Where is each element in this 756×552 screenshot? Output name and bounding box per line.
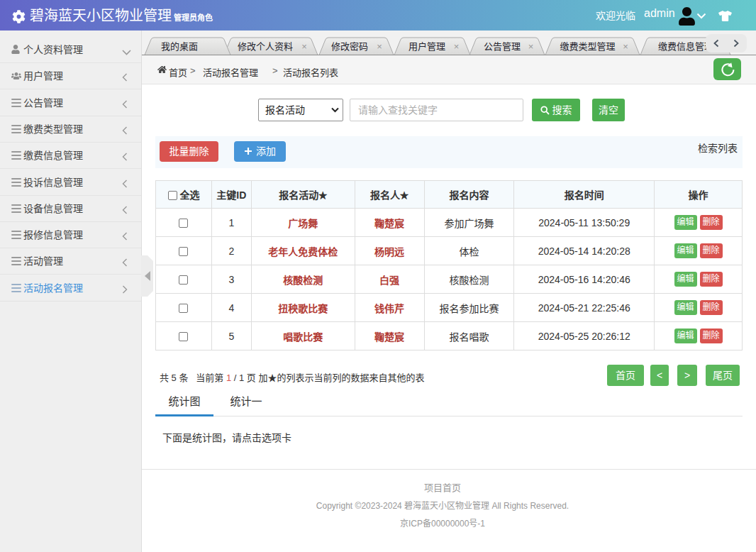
svg-text:我的桌面: 我的桌面 [161, 41, 198, 52]
svg-text:修改个人资料: 修改个人资料 [238, 41, 293, 52]
svg-text:缴费类型管理: 缴费类型管理 [560, 41, 615, 52]
svg-text:×: × [301, 41, 307, 52]
svg-text:×: × [377, 41, 382, 52]
svg-text:×: × [454, 41, 460, 52]
svg-text:公告管理: 公告管理 [484, 41, 521, 52]
svg-text:×: × [528, 41, 534, 52]
svg-text:用户管理: 用户管理 [408, 41, 445, 52]
svg-text:×: × [623, 41, 628, 52]
svg-text:修改密码: 修改密码 [331, 41, 368, 52]
